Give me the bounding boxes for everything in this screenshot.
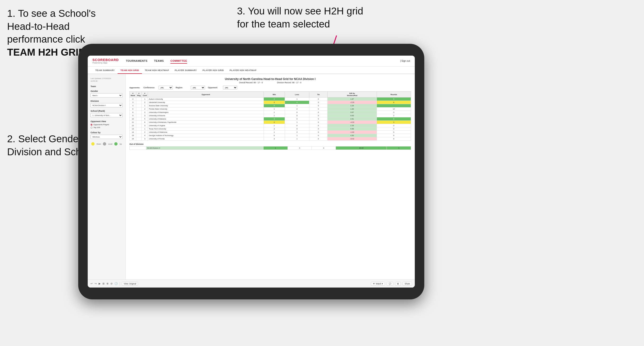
h2h-table: #Rank #Reg #Conf Opponent Win Loss Tie D… [130, 91, 411, 141]
td-reg [136, 127, 142, 131]
table-row: 12 3 University of Virginia 1 0 0 2.33 3 [130, 124, 411, 127]
main-area: University of North Carolina Head-to-Hea… [126, 74, 415, 280]
colour-by-select[interactable]: Win/loss [90, 135, 122, 139]
sign-out[interactable]: | Sign out [400, 60, 410, 62]
undo-icon[interactable]: ↩ [90, 282, 93, 285]
conference-filter-title: Conference [144, 86, 158, 89]
annotation-3: 3. You will now see H2H grid for the tea… [237, 5, 374, 30]
td-conf: 3 [142, 124, 148, 127]
radio-dot-opponents [90, 124, 92, 126]
subnav: TEAM SUMMARY TEAM H2H GRID TEAM H2H HEAT… [88, 66, 415, 74]
td-loss: 0 [285, 117, 309, 121]
td-reg [136, 121, 142, 124]
out-of-division-row: NCAA Division II 1 0 0 26.00 3 [130, 147, 411, 150]
td-diff: 3.67 [328, 111, 377, 114]
td-opponent: University of Arizona [148, 114, 264, 117]
td-rank: 8 [130, 111, 136, 114]
radio-opponents-played[interactable]: Opponents Played [90, 124, 122, 126]
nav-committee[interactable]: COMMITTEE [170, 58, 187, 64]
td-conf: 6 [142, 121, 148, 124]
division-select[interactable]: NCAA Division I [90, 103, 122, 107]
school-label: School (Rank) [90, 110, 122, 112]
td-rank: 14 [130, 131, 136, 134]
division-label: Division [90, 100, 122, 102]
minus-icon[interactable]: ⊖ [110, 282, 112, 285]
td-rank: 13 [130, 127, 136, 131]
td-rounds: 9 [377, 98, 411, 101]
subnav-player-h2h-grid[interactable]: PLAYER H2H GRID [200, 67, 226, 74]
crop-icon[interactable]: ⊞ [102, 282, 104, 285]
table-row: 6 2 Florida State University 1 2 0 1.83 … [130, 107, 411, 111]
td-rank: 12 [130, 124, 136, 127]
th-win: Win [264, 92, 285, 98]
td-conf: 1 [142, 98, 148, 101]
ood-name [130, 147, 146, 150]
td-opponent: University of Florida [148, 137, 264, 141]
td-opponent: University of Washington [148, 111, 264, 114]
gender-select[interactable]: Men's Women's [90, 93, 122, 98]
subnav-team-h2h-grid[interactable]: TEAM H2H GRID [118, 67, 142, 74]
comment-btn[interactable]: 💬 [387, 282, 393, 286]
opponent-filter-title: Opponent [208, 86, 222, 89]
td-diff: -4.33 [328, 121, 377, 124]
td-loss: 0 [285, 114, 309, 117]
table-row: 16 3 University of Florida 3 1 0 -6.42 9 [130, 137, 411, 141]
clock-icon[interactable]: 🕐 [114, 282, 118, 285]
td-conf: 5 [142, 117, 148, 121]
opponents-filter-label: Opponents: [130, 87, 140, 89]
plus-icon[interactable]: ⊕ [106, 282, 108, 285]
td-conf: 2 [142, 111, 148, 114]
nav-teams[interactable]: TEAMS [154, 58, 164, 64]
td-tie: 0 [309, 121, 328, 124]
nav-tournaments[interactable]: TOURNAMENTS [126, 58, 148, 64]
td-rank: 3 [130, 101, 136, 104]
td-rank: 6 [130, 107, 136, 111]
opponent-select[interactable]: (All) [223, 86, 237, 89]
td-diff: 5.56 [328, 127, 377, 131]
subnav-team-summary[interactable]: TEAM SUMMARY [92, 67, 118, 74]
radio-dot-top100 [90, 127, 92, 129]
table-row: 4 1 Arizona State University 5 1 0 2.29 [130, 104, 411, 107]
td-win: 1 [264, 107, 285, 111]
td-reg [136, 101, 142, 104]
td-rounds [377, 104, 411, 107]
region-select[interactable]: (All) [191, 86, 205, 89]
th-tie: Tie [309, 92, 328, 98]
conference-select[interactable]: (All) [158, 86, 173, 89]
td-tie: 0 [309, 107, 328, 111]
school-select[interactable]: 1. University of Nort... [90, 113, 122, 117]
td-reg [136, 117, 142, 121]
td-opponent: Texas Tech University [148, 127, 264, 131]
share-btn[interactable]: Share [403, 282, 412, 286]
td-reg [136, 111, 142, 114]
td-diff: -6.42 [328, 137, 377, 141]
left-panel: Last Updated: 27/03/2024 16:55:38 Team G… [88, 74, 126, 280]
td-loss: 0 [285, 127, 309, 131]
th-rounds: Rounds [377, 92, 411, 98]
td-loss: 1 [285, 134, 309, 137]
grid-title: University of North Carolina Head-to-Hea… [130, 77, 411, 81]
view-original-btn[interactable]: View: Original [122, 282, 138, 286]
colour-dot-level [103, 142, 106, 146]
subnav-team-h2h-heatmap[interactable]: TEAM H2H HEATMAP [142, 67, 172, 74]
td-conf: 3 [142, 114, 148, 117]
td-win: 1 [264, 131, 285, 134]
logo-sub: Powered by clippi [92, 62, 119, 64]
layout-btn[interactable]: ⊞ [395, 282, 401, 286]
forward-icon[interactable]: ▶ [98, 282, 100, 285]
redo-icon[interactable]: ↪ [94, 282, 97, 285]
td-tie: 0 [309, 124, 328, 127]
td-diff: 9.00 [328, 114, 377, 117]
opponent-view-options: Opponents Played Top 100 [90, 124, 122, 129]
table-row: 14 2 University of Oklahoma 1 2 0 -1.00 … [130, 131, 411, 134]
td-win: 3 [264, 117, 285, 121]
subnav-player-h2h-heatmap[interactable]: PLAYER H2H HEATMAP [226, 67, 259, 74]
watch-btn[interactable]: 👁 Watch ▾ [371, 282, 385, 286]
colour-dot-up [114, 142, 118, 146]
subnav-player-summary[interactable]: PLAYER SUMMARY [172, 67, 200, 74]
colour-legend: Down Level Up [90, 142, 122, 146]
td-loss: 0 [285, 111, 309, 114]
td-reg [136, 98, 142, 101]
td-tie: 0 [309, 117, 328, 121]
radio-top-100[interactable]: Top 100 [90, 126, 122, 129]
